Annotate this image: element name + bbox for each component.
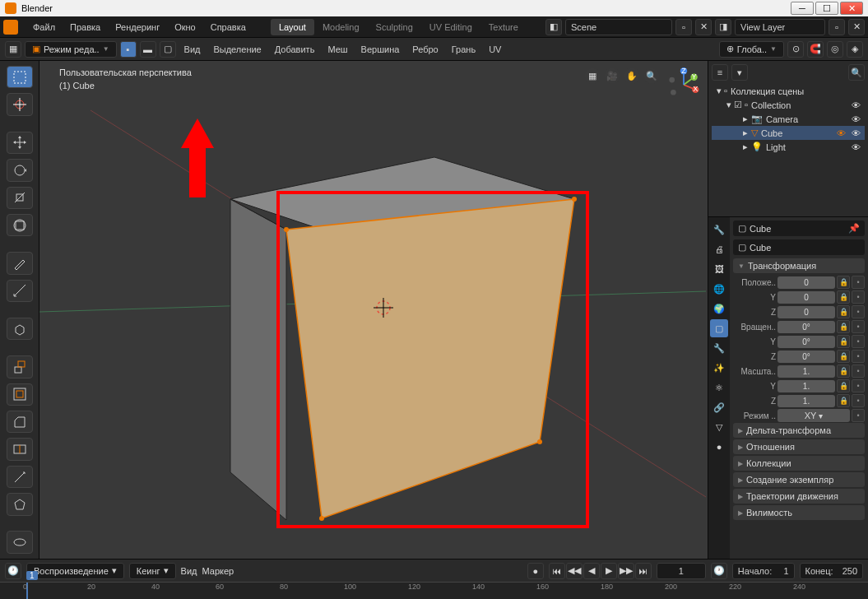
editor-type-icon[interactable]: ▦ xyxy=(5,41,21,58)
menu-window[interactable]: Окно xyxy=(168,19,202,35)
prop-name-field[interactable]: ▢ Cube xyxy=(733,239,865,255)
timeline-type-icon[interactable]: 🕐 xyxy=(5,563,21,579)
panel-collections[interactable]: Коллекции xyxy=(733,456,865,471)
tree-collection[interactable]: ▾ ☑ ▫ Collection👁 xyxy=(712,98,865,112)
tab-modeling[interactable]: Modeling xyxy=(314,19,368,35)
tree-cube[interactable]: ▸ ▽ Cube👁👁 xyxy=(712,126,865,140)
timeline-view[interactable]: Вид xyxy=(181,566,197,576)
header-view[interactable]: Вид xyxy=(179,41,206,58)
header-uv[interactable]: UV xyxy=(484,41,506,58)
orientation-dropdown[interactable]: ⊕ Глоба..▼ xyxy=(719,41,784,58)
proptab-data[interactable]: ▽ xyxy=(710,418,728,436)
snap-icon[interactable]: 🧲 xyxy=(807,41,824,58)
timeline-marker[interactable]: Маркер xyxy=(202,566,234,576)
close-button[interactable]: ✕ xyxy=(840,2,863,15)
play-icon[interactable]: ▶ xyxy=(601,563,617,579)
tool-bevel[interactable] xyxy=(7,411,33,433)
scene-new-icon[interactable]: ▫ xyxy=(675,19,692,35)
prop-breadcrumb[interactable]: ▢ Cube 📌 xyxy=(733,221,865,236)
minimize-button[interactable]: ─ xyxy=(791,2,814,15)
tool-transform[interactable] xyxy=(7,214,33,236)
tool-spin[interactable] xyxy=(7,531,33,553)
viewlayer-field[interactable]: View Layer xyxy=(735,19,825,35)
jump-end-icon[interactable]: ⏭ xyxy=(635,563,652,579)
search-icon[interactable]: 🔍 xyxy=(848,64,865,81)
proptab-constraint[interactable]: 🔗 xyxy=(710,398,728,416)
zoom-icon[interactable]: 🔍 xyxy=(643,67,660,84)
playback-dropdown[interactable]: Воспроизведение ▾ xyxy=(26,563,124,579)
edge-mode-button[interactable]: ▬ xyxy=(140,41,156,58)
proptab-particles[interactable]: ✨ xyxy=(710,359,728,377)
eye-icon[interactable]: 👁 xyxy=(852,100,863,110)
header-mesh[interactable]: Меш xyxy=(323,41,352,58)
proptab-viewlayer[interactable]: 🖼 xyxy=(710,260,728,278)
start-frame[interactable]: Начало: 1 xyxy=(732,563,795,579)
tree-camera[interactable]: ▸ 📷 Camera👁 xyxy=(712,112,865,126)
panel-visibility[interactable]: Вилимость xyxy=(733,505,865,520)
mode-dropdown[interactable]: ▣Режим реда..▼ xyxy=(25,41,117,58)
blender-icon[interactable] xyxy=(3,20,18,35)
menu-edit[interactable]: Правка xyxy=(63,19,107,35)
outliner-type-icon[interactable]: ≡ xyxy=(712,64,728,81)
viewlayer-browse-icon[interactable]: ◨ xyxy=(715,19,731,35)
menu-help[interactable]: Справка xyxy=(204,19,253,35)
pivot-icon[interactable]: ⊙ xyxy=(787,41,804,58)
tool-loopcut[interactable] xyxy=(7,438,33,460)
tab-texture[interactable]: Texture xyxy=(480,19,527,35)
proptab-scene[interactable]: 🌐 xyxy=(710,280,728,298)
proptab-object[interactable]: ▢ xyxy=(710,319,728,337)
tool-knife[interactable] xyxy=(7,466,33,488)
preview-range-icon[interactable]: 🕐 xyxy=(711,563,727,579)
camera-view-icon[interactable]: ▦ xyxy=(584,67,601,84)
vertex-mode-button[interactable]: ▪ xyxy=(120,41,137,58)
proptab-output[interactable]: 🖨 xyxy=(710,240,728,258)
proptab-render[interactable]: 🔧 xyxy=(710,221,728,239)
panel-transform[interactable]: Трансформация xyxy=(733,258,865,273)
tab-uvediting[interactable]: UV Editing xyxy=(421,19,480,35)
maximize-button[interactable]: ☐ xyxy=(815,2,838,15)
scene-delete-icon[interactable]: ✕ xyxy=(695,19,712,35)
outliner-display-icon[interactable]: ▾ xyxy=(731,64,748,81)
menu-file[interactable]: Файл xyxy=(26,19,62,35)
scene-browse-icon[interactable]: ◧ xyxy=(545,19,562,35)
axis-gizmo[interactable]: X Y Z xyxy=(666,67,701,102)
tool-inset[interactable] xyxy=(7,383,33,406)
viewport[interactable]: Пользовательская перспектива (1) Cube xyxy=(39,61,708,559)
tool-select-box[interactable] xyxy=(7,66,33,88)
proptab-world[interactable]: 🌍 xyxy=(710,300,728,318)
tool-polybuild[interactable] xyxy=(7,493,33,515)
tab-sculpting[interactable]: Sculpting xyxy=(368,19,421,35)
overlays-icon[interactable]: ◈ xyxy=(847,41,863,58)
play-reverse-icon[interactable]: ◀ xyxy=(583,563,600,579)
next-keyframe-icon[interactable]: ▶▶ xyxy=(618,563,634,579)
face-mode-button[interactable]: ▢ xyxy=(160,41,176,58)
end-frame[interactable]: Конец: 250 xyxy=(800,563,864,579)
tool-cursor[interactable] xyxy=(7,93,33,115)
header-face[interactable]: Грань xyxy=(447,41,480,58)
hand-icon[interactable]: ✋ xyxy=(624,67,640,84)
propedit-icon[interactable]: ◎ xyxy=(827,41,843,58)
keying-dropdown[interactable]: Кеинг ▾ xyxy=(129,563,176,579)
tool-extrude[interactable] xyxy=(7,355,33,378)
proptab-physics[interactable]: ⚛ xyxy=(710,378,728,397)
current-frame[interactable]: 1 xyxy=(657,563,706,579)
panel-motion[interactable]: Траектории движения xyxy=(733,489,865,504)
menu-render[interactable]: Рендеринг xyxy=(109,19,166,35)
header-edge[interactable]: Ребро xyxy=(407,41,443,58)
header-vertex[interactable]: Вершина xyxy=(356,41,405,58)
viewlayer-new-icon[interactable]: ▫ xyxy=(829,19,845,35)
timeline-ruler[interactable]: 1 020406080100120140160180200220240 xyxy=(0,582,868,599)
tool-add-cube[interactable] xyxy=(7,318,33,340)
tree-light[interactable]: ▸ 💡 Light👁 xyxy=(712,140,865,154)
tool-move[interactable] xyxy=(7,132,33,154)
tool-annotate[interactable] xyxy=(7,252,33,274)
jump-start-icon[interactable]: ⏮ xyxy=(549,563,565,579)
panel-instance[interactable]: Создание экземпляр xyxy=(733,472,865,487)
tool-measure[interactable] xyxy=(7,280,33,302)
prev-keyframe-icon[interactable]: ◀◀ xyxy=(566,563,583,579)
autokeying-icon[interactable]: ● xyxy=(527,563,544,579)
movie-icon[interactable]: 🎥 xyxy=(604,67,620,84)
tree-scene[interactable]: ▾ ▫ Коллекция сцены xyxy=(712,84,865,98)
viewlayer-delete-icon[interactable]: ✕ xyxy=(848,19,865,35)
tab-layout[interactable]: Layout xyxy=(271,19,314,35)
